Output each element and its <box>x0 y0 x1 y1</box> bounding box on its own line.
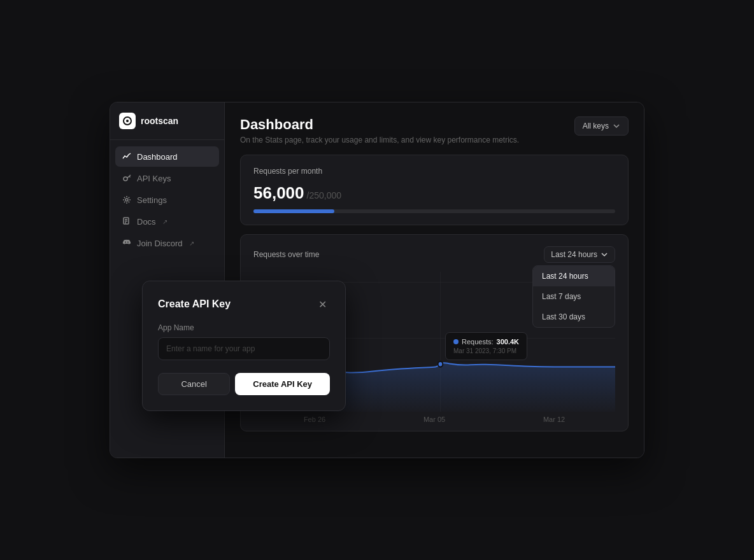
progress-bar-background <box>253 209 615 213</box>
discord-icon <box>122 238 132 248</box>
modal-title: Create API Key <box>158 298 231 310</box>
docs-external-icon: ↗ <box>162 218 167 225</box>
modal-actions: Cancel Create API Key <box>158 373 330 395</box>
sidebar-item-api-keys-label: API Keys <box>137 174 171 183</box>
time-dropdown-menu: Last 24 hours Last 7 days Last 30 days <box>532 265 615 328</box>
logo-text: rootscan <box>141 116 178 126</box>
sidebar-item-docs-label: Docs <box>137 217 156 227</box>
sidebar-item-api-keys[interactable]: API Keys <box>115 168 219 188</box>
header-text: Dashboard On the Stats page, track your … <box>240 116 519 144</box>
modal-label: App Name <box>158 323 330 332</box>
sidebar-logo: rootscan <box>110 102 224 140</box>
sidebar-item-dashboard-label: Dashboard <box>137 152 178 162</box>
sidebar-item-discord-label: Join Discord <box>137 239 183 248</box>
page-subtitle: On the Stats page, track your usage and … <box>240 136 519 144</box>
x-label-feb26: Feb 26 <box>304 416 325 423</box>
requests-per-month-card: Requests per month 56,000 /250,000 <box>240 155 629 225</box>
app-name-input[interactable] <box>158 337 330 360</box>
sidebar-item-settings-label: Settings <box>137 195 167 205</box>
cancel-button[interactable]: Cancel <box>158 373 230 395</box>
time-dropdown-container: Last 24 hours Last 24 hours Last 7 days … <box>544 246 615 263</box>
main-header: Dashboard On the Stats page, track your … <box>240 116 629 144</box>
time-dropdown[interactable]: Last 24 hours <box>544 246 615 263</box>
dashboard-icon <box>122 151 132 162</box>
logo-icon <box>119 113 136 129</box>
modal-close-button[interactable]: ✕ <box>315 297 330 312</box>
x-label-mar05: Mar 05 <box>423 416 445 423</box>
sidebar-item-dashboard[interactable]: Dashboard <box>115 146 219 167</box>
selected-time: Last 24 hours <box>551 250 597 259</box>
docs-icon <box>122 216 132 227</box>
sidebar-item-docs[interactable]: Docs ↗ <box>115 211 219 232</box>
time-option-30d[interactable]: Last 30 days <box>533 307 615 327</box>
svg-point-10 <box>438 361 443 367</box>
time-option-24h[interactable]: Last 24 hours <box>533 266 615 286</box>
create-api-key-button[interactable]: Create API Key <box>235 373 330 395</box>
progress-bar-fill <box>253 209 334 213</box>
svg-point-1 <box>126 120 129 122</box>
create-api-key-modal: Create API Key ✕ App Name Cancel Create … <box>142 281 346 411</box>
svg-point-3 <box>125 199 128 201</box>
modal-header: Create API Key ✕ <box>158 297 330 312</box>
x-label-mar12: Mar 12 <box>543 416 565 423</box>
sidebar-item-discord[interactable]: Join Discord ↗ <box>115 233 219 253</box>
chart-x-labels: Feb 26 Mar 05 Mar 12 <box>253 416 615 423</box>
requests-card-title: Requests per month <box>253 167 615 176</box>
sidebar-item-settings[interactable]: Settings <box>115 190 219 210</box>
time-option-7d[interactable]: Last 7 days <box>533 286 615 307</box>
app-window: rootscan Dashboard <box>110 102 644 458</box>
chart-header: Requests over time Last 24 hours Last 24… <box>253 246 615 263</box>
page-title: Dashboard <box>240 116 519 133</box>
request-count: 56,000 /250,000 <box>253 183 615 203</box>
count-limit: /250,000 <box>307 190 342 200</box>
svg-point-2 <box>124 177 127 181</box>
settings-icon <box>122 195 132 205</box>
discord-external-icon: ↗ <box>189 240 194 247</box>
chart-title: Requests over time <box>253 250 319 259</box>
api-keys-icon <box>122 173 132 183</box>
all-keys-dropdown[interactable]: All keys <box>574 116 629 136</box>
count-main: 56,000 <box>253 183 304 203</box>
